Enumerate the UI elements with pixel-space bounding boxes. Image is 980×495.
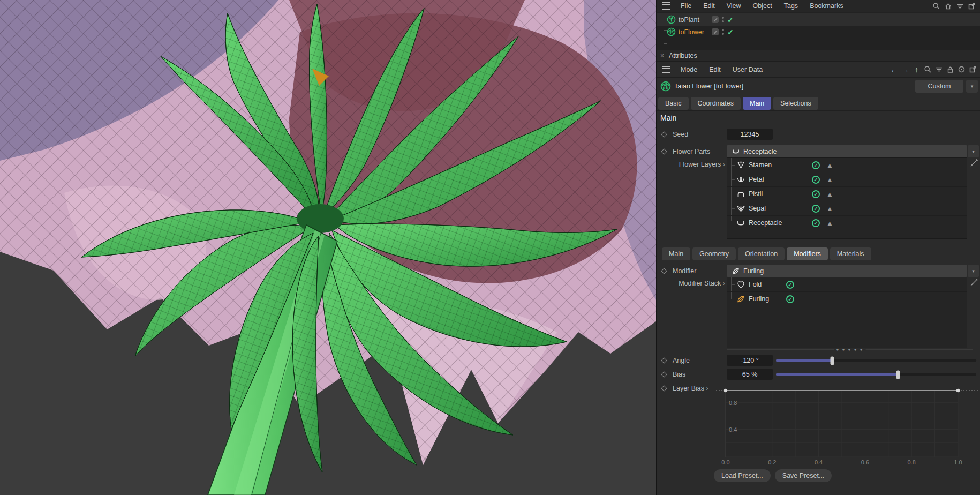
visibility-dots[interactable] xyxy=(721,29,724,35)
attr-menu-edit[interactable]: Edit xyxy=(703,66,727,73)
stack-row-furling[interactable]: Furling ✓ xyxy=(727,292,967,306)
visibility-dots[interactable] xyxy=(721,17,724,22)
triangle-up-icon[interactable]: ▲ xyxy=(826,190,833,198)
eyedropper-icon[interactable] xyxy=(970,159,978,167)
section-title: Main xyxy=(660,114,676,122)
tab-selections[interactable]: Selections xyxy=(773,97,818,110)
flower-parts-dropdown[interactable]: Receptacle xyxy=(727,145,967,158)
triangle-up-icon[interactable]: ▲ xyxy=(826,176,833,184)
tab-materials[interactable]: Materials xyxy=(830,248,871,260)
object-name[interactable]: toFlower xyxy=(679,28,710,36)
home-icon[interactable] xyxy=(944,2,952,10)
triangle-up-icon[interactable]: ▲ xyxy=(826,205,833,213)
modifier-dropdown[interactable]: Furling xyxy=(727,265,967,277)
search-icon[interactable] xyxy=(932,2,940,10)
enabled-check-icon[interactable]: ✓ xyxy=(786,295,794,303)
menu-object[interactable]: Object xyxy=(747,2,778,10)
menu-tags[interactable]: Tags xyxy=(778,2,804,10)
enabled-check-icon[interactable]: ✓ xyxy=(727,16,734,24)
angle-input[interactable]: -120 ° xyxy=(727,355,773,366)
custom-preset-dropdown[interactable]: Custom xyxy=(915,80,963,93)
keyframe-diamond-icon[interactable] xyxy=(661,268,667,274)
tab-geometry[interactable]: Geometry xyxy=(692,248,736,260)
save-preset-button[interactable]: Save Preset... xyxy=(775,469,832,482)
target-icon[interactable] xyxy=(958,65,966,73)
layer-row-pistil[interactable]: Pistil ✓ ▲ xyxy=(727,187,967,201)
layer-bias-spline-editor[interactable]: 0.8 0.4 0.0 0.2 0.4 0.6 0.8 1.0 xyxy=(714,386,980,468)
menu-view[interactable]: View xyxy=(721,2,747,10)
parent-up-icon[interactable]: ↑ xyxy=(913,65,921,74)
history-back-icon[interactable]: ← xyxy=(890,65,898,74)
menu-edit[interactable]: Edit xyxy=(697,2,721,10)
hamburger-menu-icon[interactable] xyxy=(662,2,670,10)
chevron-down-icon[interactable]: ▾ xyxy=(968,145,979,158)
triangle-up-icon[interactable]: ▲ xyxy=(826,219,833,227)
history-forward-icon[interactable]: → xyxy=(901,65,909,74)
layer-bias-label[interactable]: Layer Bias xyxy=(673,385,708,392)
tab-orientation[interactable]: Orientation xyxy=(738,248,785,260)
triangle-up-icon[interactable]: ▲ xyxy=(826,161,833,169)
flower-receptacle xyxy=(297,204,344,233)
viewport-3d[interactable] xyxy=(0,0,656,495)
enabled-check-icon[interactable]: ✓ xyxy=(812,219,820,227)
spline-point-end[interactable] xyxy=(956,389,960,392)
flower-parts-row: Flower Parts Receptacle ▾ xyxy=(657,145,980,158)
load-preset-button[interactable]: Load Preset... xyxy=(714,469,771,482)
layer-row-sepal[interactable]: Sepal ✓ ▲ xyxy=(727,201,967,216)
bias-slider[interactable] xyxy=(776,373,976,376)
filter-icon[interactable] xyxy=(935,65,943,73)
enabled-check-icon[interactable]: ✓ xyxy=(786,281,794,289)
menu-file[interactable]: File xyxy=(675,2,697,10)
keyframe-diamond-icon[interactable] xyxy=(661,131,667,137)
enabled-check-icon[interactable]: ✓ xyxy=(812,190,820,198)
object-row-toplant[interactable]: toPlant ✓ xyxy=(657,13,980,26)
seed-input[interactable]: 12345 xyxy=(727,129,773,140)
menu-bookmarks[interactable]: Bookmarks xyxy=(804,2,849,10)
attr-menu-userdata[interactable]: User Data xyxy=(727,66,768,73)
spline-point-start[interactable] xyxy=(724,389,727,392)
attr-menu-mode[interactable]: Mode xyxy=(675,66,703,73)
keyframe-diamond-icon[interactable] xyxy=(661,357,667,363)
lock-icon[interactable] xyxy=(946,65,954,73)
modifier-stack-label[interactable]: Modifier Stack xyxy=(657,280,725,287)
object-row-toflower[interactable]: toFlower ✓ xyxy=(657,26,980,38)
tab-basic[interactable]: Basic xyxy=(658,97,689,110)
layer-name: Stamen xyxy=(749,161,812,169)
bias-slider-handle[interactable] xyxy=(896,370,900,379)
layer-name: Petal xyxy=(749,176,812,183)
popout-icon[interactable] xyxy=(968,2,976,10)
eyedropper-icon[interactable] xyxy=(970,278,978,287)
edit-toggle-icon[interactable] xyxy=(712,28,719,35)
layer-row-petal[interactable]: Petal ✓ ▲ xyxy=(727,172,967,187)
stack-row-fold[interactable]: Fold ✓ xyxy=(727,278,967,292)
bias-input[interactable]: 65 % xyxy=(727,369,773,380)
keyframe-diamond-icon[interactable] xyxy=(661,385,667,391)
hamburger-menu-icon[interactable] xyxy=(662,66,670,73)
panel-splitter[interactable]: ● ● ● ● ● xyxy=(727,349,973,354)
layer-row-receptacle[interactable]: Receptacle ✓ ▲ xyxy=(727,216,967,230)
filter-icon[interactable] xyxy=(956,2,964,10)
object-name[interactable]: toPlant xyxy=(679,16,710,24)
edit-toggle-icon[interactable] xyxy=(712,16,719,23)
enabled-check-icon[interactable]: ✓ xyxy=(812,205,820,213)
tab-main2[interactable]: Main xyxy=(662,248,690,260)
angle-slider[interactable] xyxy=(776,359,976,362)
layer-row-stamen[interactable]: Stamen ✓ ▲ xyxy=(727,158,967,172)
layer-name: Pistil xyxy=(749,190,812,198)
search-icon[interactable] xyxy=(924,65,932,73)
chevron-down-icon[interactable]: ▾ xyxy=(968,265,979,277)
tab-coordinates[interactable]: Coordinates xyxy=(691,97,741,110)
enabled-check-icon[interactable]: ✓ xyxy=(727,28,734,36)
tab-main[interactable]: Main xyxy=(743,97,771,110)
popout-icon[interactable] xyxy=(969,65,977,73)
stack-name: Furling xyxy=(749,295,786,303)
enabled-check-icon[interactable]: ✓ xyxy=(812,161,820,169)
close-icon[interactable]: × xyxy=(660,52,664,59)
flower-layers-label[interactable]: Flower Layers xyxy=(657,161,725,168)
keyframe-diamond-icon[interactable] xyxy=(661,148,667,154)
tab-modifiers[interactable]: Modifiers xyxy=(787,248,828,260)
angle-slider-handle[interactable] xyxy=(830,356,834,365)
chevron-down-icon[interactable]: ▾ xyxy=(966,80,978,93)
keyframe-diamond-icon[interactable] xyxy=(661,371,667,377)
enabled-check-icon[interactable]: ✓ xyxy=(812,176,820,184)
